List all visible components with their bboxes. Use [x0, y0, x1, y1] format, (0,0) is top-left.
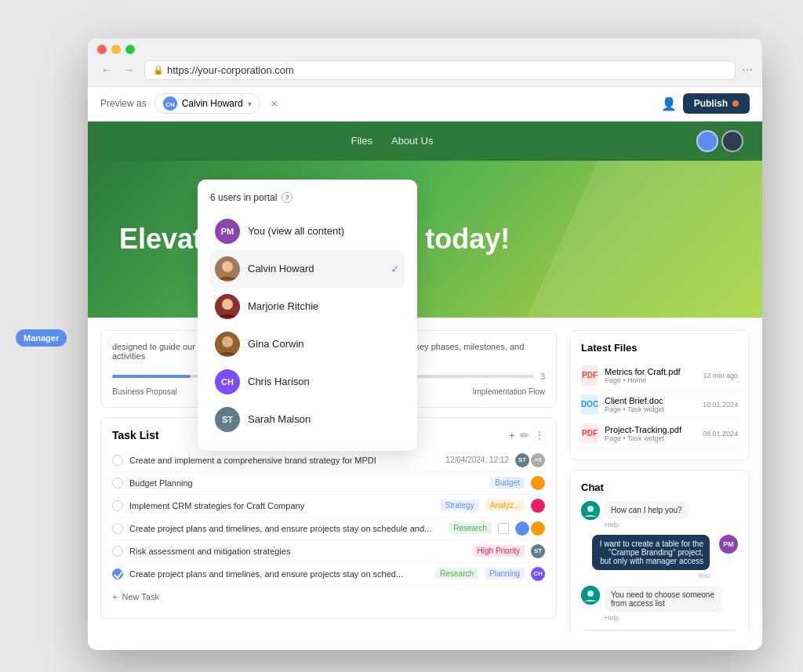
task-actions: + ✏ ⋮	[509, 429, 545, 441]
user-list-item-gina[interactable]: Gina Corwin	[210, 325, 405, 363]
table-row: Create project plans and timelines, and …	[112, 563, 545, 586]
task-avatar-st: ST	[515, 453, 529, 467]
more-options-icon[interactable]: ⋮	[534, 429, 545, 441]
user-avatar-marjorie	[215, 294, 240, 319]
user-list-item-sarah[interactable]: ST Sarah Maison	[210, 401, 405, 438]
add-task-label: New Task	[122, 592, 158, 601]
preview-user-avatar: CH	[163, 96, 177, 111]
task-avatar-more: +3	[531, 453, 545, 467]
add-icon: +	[112, 592, 117, 601]
task-tag-planning: Planning	[485, 568, 525, 579]
task-tag-analyze: Analyz...	[485, 499, 525, 511]
add-task-button[interactable]: + New Task	[112, 592, 545, 601]
svg-point-9	[222, 299, 233, 310]
task-avatars-1: ST +3	[515, 453, 545, 467]
user-dropdown: 6 users in portal ? PM You (view all con…	[198, 180, 417, 451]
browser-window: ← → 🔒 https://your-corporation.com ⋯ Pre…	[88, 38, 762, 650]
task-checkbox-3[interactable]	[112, 500, 123, 511]
svg-point-5	[587, 590, 594, 597]
task-avatar-ch: CH	[531, 567, 545, 581]
url-text: https://your-corporation.com	[167, 64, 294, 76]
maximize-traffic-light[interactable]	[125, 45, 135, 54]
nav-link-about[interactable]: About Us	[391, 135, 433, 147]
task-checkbox-1[interactable]	[112, 455, 123, 466]
svg-point-7	[222, 261, 233, 272]
publish-button[interactable]: Publish	[683, 93, 750, 114]
close-traffic-light[interactable]	[97, 45, 107, 54]
chat-message-2: PM I want to create a table for the "Cra…	[581, 535, 738, 579]
add-task-icon[interactable]: +	[509, 429, 515, 441]
task-checkbox-4[interactable]	[112, 523, 123, 534]
back-button[interactable]: ←	[97, 60, 116, 79]
task-checkbox-5[interactable]	[112, 546, 123, 557]
user-icon: 👤	[661, 96, 677, 111]
user-list-item-marjorie[interactable]: Marjorie Ritchie	[210, 288, 405, 325]
chat-label-2: You	[592, 572, 710, 579]
chat-message-1: How can I help you? Help	[581, 501, 738, 529]
file-info-1: Metrics for Craft.pdf Page • Home	[605, 367, 696, 384]
address-bar[interactable]: 🔒 https://your-corporation.com	[144, 60, 736, 80]
edit-task-icon[interactable]: ✏	[520, 429, 529, 441]
browser-chrome: ← → 🔒 https://your-corporation.com ⋯	[88, 38, 762, 87]
task-checkbox-6[interactable]	[112, 568, 123, 579]
user-name-calvin: Calvin Howard	[248, 263, 383, 274]
task-avatar-st-2: ST	[531, 544, 545, 558]
browser-toolbar: ← → 🔒 https://your-corporation.com ⋯	[97, 60, 753, 86]
task-name-4: Create project plans and timelines, and …	[129, 524, 442, 533]
task-tag-research: Research	[449, 522, 492, 534]
preview-user-pill[interactable]: CH Calvin Howard ▾	[154, 93, 260, 114]
cms-right-actions: 👤 Publish	[661, 93, 750, 114]
help-icon[interactable]: ?	[282, 192, 292, 203]
task-list-icon	[498, 523, 509, 534]
file-info-3: Project-Tracking.pdf Page • Task widget	[605, 425, 696, 442]
label-implementation-flow: Implementation Flow	[473, 387, 545, 396]
chat-avatar-user: PM	[719, 535, 738, 554]
main-content: designed to guide our consulting endeavo…	[88, 318, 762, 631]
task-avatars-5: ST	[531, 544, 545, 558]
user-list-item-chris[interactable]: CH Chris Harison	[210, 363, 405, 401]
file-icon-pdf-1: PDF	[581, 365, 598, 386]
chat-messages: How can I help you? Help PM I want to cr…	[581, 501, 738, 622]
task-avatar-pink	[531, 499, 545, 513]
chat-input-row: 🙂 📎 ▶	[581, 630, 738, 631]
nav-buttons: ← →	[97, 60, 138, 79]
dropdown-header-text: 6 users in portal	[210, 192, 277, 203]
nav-link-files[interactable]: Files	[351, 135, 372, 147]
user-list-item-you[interactable]: PM You (view all content)	[210, 212, 405, 250]
nav-avatar-1	[696, 130, 718, 152]
preview-close-button[interactable]: ×	[271, 97, 278, 110]
file-date-1: 12 min ago	[703, 372, 738, 380]
table-row: Implement CRM strategies for Craft Compa…	[112, 495, 545, 518]
minimize-traffic-light[interactable]	[111, 45, 121, 54]
file-icon-pdf-2: PDF	[581, 423, 598, 444]
user-name-gina: Gina Corwin	[248, 338, 400, 350]
chat-msg-content-2: I want to create a table for the "Crampe…	[592, 535, 710, 579]
publish-label: Publish	[694, 98, 728, 109]
task-tag-research-2: Research	[435, 568, 478, 579]
forward-button[interactable]: →	[119, 60, 138, 79]
chat-widget: Chat How can I help you? Help	[569, 470, 750, 631]
task-tag-priority: High Priority	[473, 545, 525, 557]
step3-label: 3	[540, 372, 545, 381]
user-name-marjorie: Marjorie Ritchie	[248, 300, 400, 312]
task-avatars-4	[515, 521, 545, 536]
list-item: PDF Project-Tracking.pdf Page • Task wid…	[581, 420, 738, 449]
chat-msg-content-1: How can I help you? Help	[605, 501, 689, 529]
nav-avatars	[696, 130, 743, 152]
lock-icon: 🔒	[153, 65, 164, 75]
hero-bg-shape	[527, 161, 762, 318]
hero-section: Elevate your business today!	[88, 161, 762, 318]
list-item: DOC Client Brief.doc Page • Task widget …	[581, 390, 738, 420]
task-avatars-6: CH	[531, 567, 545, 581]
task-checkbox-2[interactable]	[112, 478, 123, 489]
svg-text:CH: CH	[165, 101, 175, 108]
publish-dot	[732, 100, 739, 107]
user-list-item-calvin[interactable]: Calvin Howard ✓	[210, 250, 405, 288]
chat-avatar-bot-2	[581, 586, 600, 605]
chat-avatar-bot-1	[581, 501, 600, 520]
file-meta-1: Page • Home	[605, 376, 696, 384]
file-info-2: Client Brief.doc Page • Task widget	[605, 396, 696, 413]
table-row: Create project plans and timelines, and …	[112, 518, 545, 540]
progress-fill	[112, 375, 191, 378]
user-name-you: You (view all content)	[248, 225, 400, 237]
